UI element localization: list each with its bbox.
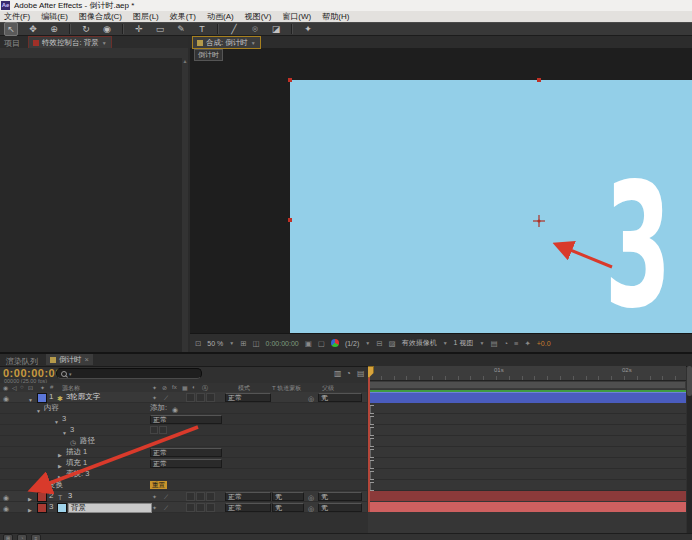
menu-file[interactable]: 文件(F) xyxy=(4,11,30,22)
layer-row-2[interactable]: ◉ ▶ 2 T 3 ✦ ⟋ 正常▼ 无▼ ◎ 无▼ xyxy=(0,491,367,502)
tab-render-queue[interactable]: 渲染队列 xyxy=(6,356,38,367)
layer-transform-row[interactable]: ▶ 变换 重置 xyxy=(0,480,367,491)
label-color[interactable] xyxy=(37,492,47,502)
menu-view[interactable]: 视图(V) xyxy=(245,11,272,22)
close-icon[interactable]: × xyxy=(85,355,89,364)
time-ruler[interactable]: 01s 02s xyxy=(368,366,686,381)
show-snapshot-icon[interactable]: ▢ xyxy=(318,339,325,348)
magnification-icon[interactable]: ⊡ xyxy=(195,339,201,348)
timeline-track-area[interactable]: 01s 02s xyxy=(368,366,686,533)
tab-timeline-comp[interactable]: 倒计时 × xyxy=(46,354,93,365)
path-direction-icon[interactable] xyxy=(150,426,158,434)
reset-button[interactable]: 重置 xyxy=(150,481,167,489)
layer1-duration-bar[interactable] xyxy=(368,392,686,403)
snapshot-icon[interactable]: ▣ xyxy=(305,339,312,348)
label-color[interactable] xyxy=(37,503,47,513)
property-group-label[interactable]: 描边 1 xyxy=(66,447,87,457)
layer-name[interactable]: 3 xyxy=(68,491,72,501)
antialias-switch[interactable]: ⟋ xyxy=(164,393,168,403)
chevron-down-icon[interactable]: ▼ xyxy=(443,340,448,346)
menu-effect[interactable]: 效果(T) xyxy=(170,11,196,22)
quality-switch[interactable]: ✦ xyxy=(152,393,157,403)
add-label[interactable]: 添加: xyxy=(150,403,167,413)
switch-cell[interactable] xyxy=(186,503,195,512)
shape-tool-icon[interactable]: ▭ xyxy=(154,23,166,35)
menu-window[interactable]: 窗口(W) xyxy=(282,11,311,22)
stroke-row[interactable]: ▶ 描边 1 正常▼ xyxy=(0,447,367,458)
grid-options-icon[interactable]: ⊞ xyxy=(240,339,246,348)
hand-tool-icon[interactable]: ✥ xyxy=(27,23,39,35)
chevron-down-icon[interactable]: ▼ xyxy=(102,40,107,46)
rotation-tool-icon[interactable]: ↻ xyxy=(80,23,92,35)
timeline-button-icon[interactable]: ≡ xyxy=(514,339,518,348)
contents-row[interactable]: ▼ 内容 添加: ◉ xyxy=(0,403,367,414)
chevron-down-icon[interactable]: ▼ xyxy=(251,40,256,46)
switch-cell[interactable] xyxy=(186,492,195,501)
channel-icon[interactable] xyxy=(331,339,339,347)
toggle-layer-switches-icon[interactable]: ⊞ xyxy=(3,534,13,540)
quality-switch[interactable]: ✦ xyxy=(152,492,157,502)
parent-select[interactable]: 无▼ xyxy=(318,492,362,501)
region-of-interest-icon[interactable]: ⊟ xyxy=(376,339,382,348)
transparency-grid-icon[interactable]: ▨ xyxy=(389,339,396,348)
camera-select[interactable]: 有效摄像机 xyxy=(402,338,437,348)
menu-help[interactable]: 帮助(H) xyxy=(322,11,349,22)
parent-select[interactable]: 无▼ xyxy=(318,503,362,512)
eye-icon[interactable]: ◉ xyxy=(3,504,9,514)
property-group-label[interactable]: 内容 xyxy=(44,403,59,413)
mode-select[interactable]: 正常▼ xyxy=(225,393,271,402)
toggle-inout-panes-icon[interactable]: ≡ xyxy=(31,534,41,540)
layer-name-edit-field[interactable]: 背景 xyxy=(68,503,152,513)
toggle-transfer-controls-icon[interactable]: ◔ xyxy=(17,534,27,540)
clone-stamp-tool-icon[interactable]: ⌾ xyxy=(249,23,261,35)
layer2-duration-bar[interactable] xyxy=(368,491,686,501)
switch-cell[interactable] xyxy=(206,492,215,501)
view-layout-select[interactable]: 1 视图 xyxy=(454,338,474,348)
path-direction-icon[interactable] xyxy=(159,426,167,434)
left-panel-scrollbar[interactable]: ▲ xyxy=(182,58,188,352)
property-group-label[interactable]: 变换: 3 xyxy=(66,469,89,479)
mode-select[interactable]: 正常▼ xyxy=(225,503,271,512)
chevron-down-icon[interactable]: ▼ xyxy=(365,340,370,346)
mask-visibility-icon[interactable]: ◫ xyxy=(253,339,260,348)
brush-tool-icon[interactable]: ╱ xyxy=(228,23,240,35)
property-group-label[interactable]: 变换 xyxy=(48,480,63,490)
trkmat-select[interactable]: 无▼ xyxy=(272,492,304,501)
chevron-down-icon[interactable]: ▼ xyxy=(229,340,234,346)
composition-breadcrumb[interactable]: 倒计时 xyxy=(194,49,223,61)
puppet-pin-tool-icon[interactable]: ✦ xyxy=(302,23,314,35)
property-group-label[interactable]: 3 xyxy=(62,414,66,424)
blend-mode-select[interactable]: 正常▼ xyxy=(150,448,222,457)
label-color[interactable] xyxy=(37,393,47,403)
mode-select[interactable]: 正常▼ xyxy=(225,492,271,501)
switch-cell[interactable] xyxy=(206,503,215,512)
menu-composition[interactable]: 图像合成(C) xyxy=(79,11,122,22)
path-property-row[interactable]: ◷ 路径 xyxy=(0,436,367,447)
layer-row-3[interactable]: ◉ ▶ 3 背景 ✦ ⟋ 正常▼ 无▼ ◎ 无▼ xyxy=(0,502,367,513)
switch-cell[interactable] xyxy=(196,503,205,512)
selection-tool-icon[interactable]: ↖ xyxy=(4,22,18,36)
timeline-search-input[interactable]: ▾ xyxy=(56,368,202,379)
camera-shy-icon[interactable]: ▤ xyxy=(357,370,365,378)
pen-tool-icon[interactable]: ✎ xyxy=(175,23,187,35)
current-time-indicator-line[interactable] xyxy=(368,366,370,512)
flowchart-icon[interactable]: ✦ xyxy=(524,339,530,348)
quality-switch[interactable]: ✦ xyxy=(152,503,157,513)
switch-cell[interactable] xyxy=(186,393,195,402)
parent-pickwhip-icon[interactable]: ◎ xyxy=(308,504,314,514)
layer-name[interactable]: 3轮廓文字 xyxy=(66,392,100,402)
property-group-label[interactable]: 填充 1 xyxy=(66,458,87,468)
transform-group-row[interactable]: ▶ 变换: 3 xyxy=(0,469,367,480)
antialias-switch[interactable]: ⟋ xyxy=(164,492,168,502)
composition-mini-flowchart-icon[interactable]: ▥ xyxy=(334,370,342,378)
work-area-bar[interactable] xyxy=(368,381,686,389)
tab-composition[interactable]: 合成: 倒计时 ▼ xyxy=(192,36,261,49)
timeline-scrollbar-thumb[interactable] xyxy=(687,366,692,396)
switch-cell[interactable] xyxy=(196,393,205,402)
shape-path-group-row[interactable]: ▼ 3 xyxy=(0,425,367,436)
blend-mode-select[interactable]: 正常▼ xyxy=(150,415,222,424)
exposure-value[interactable]: +0.0 xyxy=(537,340,551,347)
fast-preview-icon[interactable]: ◔ xyxy=(503,339,508,348)
menu-edit[interactable]: 编辑(E) xyxy=(41,11,68,22)
property-label[interactable]: 路径 xyxy=(80,436,95,446)
